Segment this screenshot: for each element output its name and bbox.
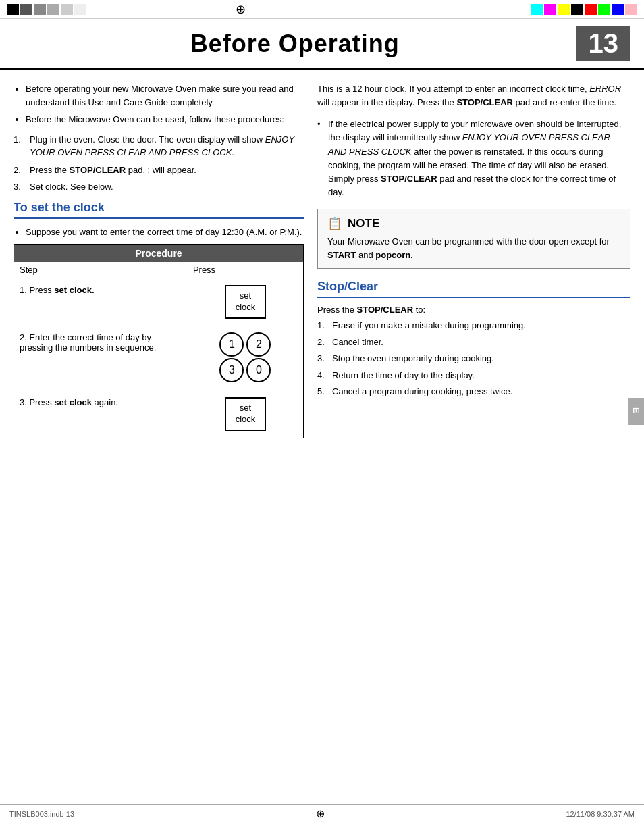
sc-text-2: Cancel timer. xyxy=(332,336,383,349)
swatch-gray1 xyxy=(20,4,32,15)
sc-item-2: 2. Cancel timer. xyxy=(317,336,630,349)
step-2-text: Press the STOP/CLEAR pad. : will appear. xyxy=(30,163,196,177)
intro-bullet-list: Before operating your new Microwave Oven… xyxy=(14,82,304,126)
table-header-row: Procedure xyxy=(14,245,304,263)
num-buttons-row1: 1 2 xyxy=(193,332,298,357)
crosshair-center-top: ⊕ xyxy=(236,0,246,19)
step-3: 3. Set clock. See below. xyxy=(14,180,304,194)
bullet-item-1: Before operating your new Microwave Oven… xyxy=(26,82,304,109)
table-row-2-step: 2. Enter the correct time of day by pres… xyxy=(14,326,188,390)
table-row-1-press: setclock xyxy=(188,278,304,326)
swatch-magenta xyxy=(544,4,556,15)
color-bar-top: ⊕ xyxy=(0,0,644,19)
page-letter-tab: E xyxy=(628,398,644,425)
swatch-yellow xyxy=(558,4,570,15)
table-col-head-row: Step Press xyxy=(14,262,304,278)
sc-text-5: Cancel a program during cooking, press t… xyxy=(332,385,512,399)
color-swatches-left xyxy=(7,4,86,15)
bullet-dot-power: • xyxy=(317,118,324,199)
swatch-red xyxy=(585,4,597,15)
swatch-blue xyxy=(612,4,624,15)
power-bullet-text: If the electrical power supply to your m… xyxy=(328,118,630,199)
sc-text-1: Erase if you make a mistake during progr… xyxy=(332,319,526,332)
set-clock-heading: To set the clock xyxy=(14,201,304,219)
sc-num-1: 1. xyxy=(317,319,328,332)
stop-clear-list: 1. Erase if you make a mistake during pr… xyxy=(317,319,630,399)
footer-left: TINSLB003.indb 13 xyxy=(9,810,74,818)
note-title-text: NOTE xyxy=(348,217,379,230)
page-number: 13 xyxy=(576,26,631,61)
set-clock-btn-label-2: setclock xyxy=(236,403,256,424)
table-header-cell: Procedure xyxy=(14,245,304,263)
swatch-black xyxy=(7,4,19,15)
num-buttons-row2: 3 0 xyxy=(193,358,298,382)
intro-paragraph: This is a 12 hour clock. If you attempt … xyxy=(317,82,630,109)
set-clock-button-2[interactable]: setclock xyxy=(225,397,267,431)
sc-text-4: Return the time of day to the display. xyxy=(332,369,475,382)
note-icon: 📋 xyxy=(327,216,342,231)
note-box: 📋 NOTE Your Microwave Oven can be progra… xyxy=(317,209,630,269)
table-row-2: 2. Enter the correct time of day by pres… xyxy=(14,326,304,390)
set-clock-bullet: Suppose you want to enter the correct ti… xyxy=(26,226,304,239)
sc-item-4: 4. Return the time of day to the display… xyxy=(317,369,630,382)
col-step-header: Step xyxy=(14,262,188,278)
table-row-3-step: 3. Press set clock again. xyxy=(14,390,188,438)
stop-clear-intro: Press the STOP/CLEAR to: xyxy=(317,305,630,315)
step-1: 1. Plug in the oven. Close the door. The… xyxy=(14,133,304,159)
swatch-green xyxy=(598,4,610,15)
content-area: Before operating your new Microwave Oven… xyxy=(0,70,644,445)
sc-num-4: 4. xyxy=(317,369,328,382)
num-btn-1[interactable]: 1 xyxy=(219,332,244,357)
table-row-3-press: setclock xyxy=(188,390,304,438)
sc-num-5: 5. xyxy=(317,385,328,399)
step-1-text: Plug in the oven. Close the door. The ov… xyxy=(30,133,304,159)
swatch-cyan xyxy=(531,4,543,15)
sc-text-3: Stop the oven temporarily during cooking… xyxy=(332,352,494,365)
stop-clear-section: Stop/Clear Press the STOP/CLEAR to: 1. E… xyxy=(317,280,630,399)
set-clock-bullet-list: Suppose you want to enter the correct ti… xyxy=(14,226,304,239)
step-2: 2. Press the STOP/CLEAR pad. : will appe… xyxy=(14,163,304,177)
set-clock-btn-label-1: setclock xyxy=(236,290,256,312)
note-text: Your Microwave Oven can be programmed wi… xyxy=(327,235,620,261)
table-row-1: 1. Press set clock. setclock xyxy=(14,278,304,326)
sc-item-1: 1. Erase if you make a mistake during pr… xyxy=(317,319,630,332)
power-bullet: • If the electrical power supply to your… xyxy=(317,118,630,199)
left-column: Before operating your new Microwave Oven… xyxy=(14,82,304,445)
page-header: Before Operating 13 xyxy=(0,19,644,70)
table-row-1-step: 1. Press set clock. xyxy=(14,278,188,326)
step-3-text: Set clock. See below. xyxy=(30,180,113,194)
right-column: This is a 12 hour clock. If you attempt … xyxy=(317,82,630,445)
note-title: 📋 NOTE xyxy=(327,216,620,231)
procedure-table: Procedure Step Press 1. Press set clock.… xyxy=(14,244,304,438)
step-2-num: 2. xyxy=(14,163,26,177)
crosshair-bottom: ⊕ xyxy=(316,807,325,820)
stop-clear-heading: Stop/Clear xyxy=(317,280,630,298)
sc-num-2: 2. xyxy=(317,336,328,349)
swatch-gray4 xyxy=(61,4,73,15)
sc-item-5: 5. Cancel a program during cooking, pres… xyxy=(317,385,630,399)
sc-num-3: 3. xyxy=(317,352,328,365)
swatch-gray5 xyxy=(74,4,86,15)
swatch-gray3 xyxy=(47,4,59,15)
swatch-black2 xyxy=(571,4,583,15)
swatch-pink xyxy=(625,4,637,15)
num-btn-2[interactable]: 2 xyxy=(246,332,271,357)
step-1-num: 1. xyxy=(14,133,26,159)
table-row-2-press: 1 2 3 0 xyxy=(188,326,304,390)
table-row-3: 3. Press set clock again. setclock xyxy=(14,390,304,438)
set-clock-button-1[interactable]: setclock xyxy=(225,285,267,319)
page-title: Before Operating xyxy=(14,30,576,58)
num-btn-0[interactable]: 0 xyxy=(246,358,271,382)
color-swatches-right xyxy=(531,4,637,15)
step-3-num: 3. xyxy=(14,180,26,194)
sc-item-3: 3. Stop the oven temporarily during cook… xyxy=(317,352,630,365)
swatch-gray2 xyxy=(34,4,46,15)
bottom-bar: TINSLB003.indb 13 ⊕ 12/11/08 9:30:37 AM xyxy=(0,804,644,822)
num-btn-3[interactable]: 3 xyxy=(219,358,244,382)
numbered-steps: 1. Plug in the oven. Close the door. The… xyxy=(14,133,304,194)
col-press-header: Press xyxy=(188,262,304,278)
bullet-item-2: Before the Microwave Oven can be used, f… xyxy=(26,113,304,126)
footer-right: 12/11/08 9:30:37 AM xyxy=(566,810,635,818)
